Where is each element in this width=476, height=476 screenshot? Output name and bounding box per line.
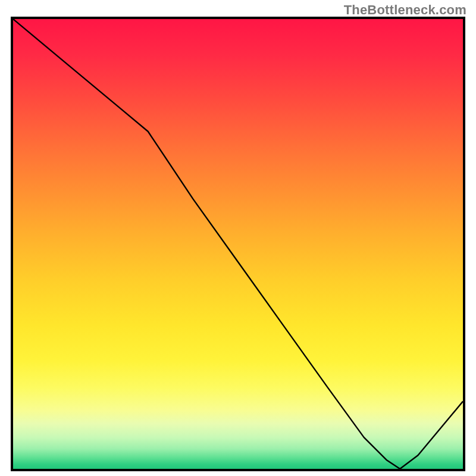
plot-area	[11, 17, 465, 471]
bottleneck-curve	[13, 19, 463, 469]
watermark-text: TheBottleneck.com	[344, 2, 466, 18]
chart-stage: TheBottleneck.com	[0, 0, 476, 476]
curve-svg	[13, 19, 463, 469]
